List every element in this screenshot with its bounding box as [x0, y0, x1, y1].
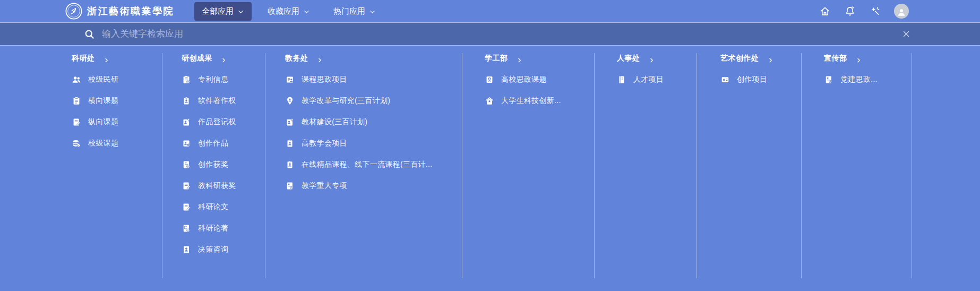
- app-item[interactable]: 教科研获奖: [182, 175, 265, 196]
- department-column: 艺术创作处 创作项目: [697, 53, 802, 278]
- app-item[interactable]: 在线精品课程、线下一流课程(三百计...: [285, 154, 462, 175]
- app-item[interactable]: 科研论著: [182, 218, 265, 239]
- app-item[interactable]: 作品登记权: [182, 112, 265, 133]
- chevron-right-icon: [221, 56, 227, 62]
- chevron-right-icon: [104, 56, 109, 62]
- app-item-label: 专利信息: [198, 75, 228, 84]
- book-person-icon: [285, 75, 295, 84]
- person-card-up-icon: [285, 117, 295, 127]
- badge-icon: [182, 96, 191, 106]
- close-icon[interactable]: [901, 29, 911, 39]
- app-item-label: 校级课题: [88, 139, 118, 148]
- app-item-label: 创作作品: [198, 139, 228, 148]
- department-header[interactable]: 教务处: [285, 53, 462, 64]
- department-app-list: 专利信息 软件著作权 作品登记权 创作作品 创作获奖 教科研获奖 科研论文 科研…: [182, 69, 265, 260]
- app-item-label: 软件著作权: [198, 96, 236, 106]
- app-item-label: 教学改革与研究(三百计划): [302, 96, 390, 106]
- app-item-label: 教学重大专项: [302, 181, 347, 191]
- magic-wand-icon[interactable]: [869, 5, 881, 17]
- book-icon: [617, 75, 626, 84]
- chevron-right-icon: [649, 56, 655, 62]
- top-navbar: 浙江藝術職業學院 全部应用 收藏应用 热门应用: [0, 0, 980, 22]
- nav-menu-item-1[interactable]: 收藏应用: [260, 2, 317, 21]
- coins-icon: [72, 139, 81, 148]
- house-star-icon: [485, 96, 494, 106]
- doc-award-icon: [182, 160, 191, 169]
- app-item[interactable]: 创作获奖: [182, 154, 265, 175]
- bell-icon[interactable]: [844, 5, 856, 17]
- app-item-label: 教材建设(三百计划): [302, 117, 367, 127]
- department-column: 教务处 课程思政项目 教学改革与研究(三百计划) 教材建设(三百计划) 高教学会…: [265, 53, 462, 278]
- app-item[interactable]: 校级课题: [72, 133, 162, 154]
- app-item[interactable]: 软件著作权: [182, 90, 265, 112]
- chevron-right-icon: [768, 56, 773, 62]
- department-header[interactable]: 科研处: [72, 53, 162, 64]
- pin-person-icon: [285, 96, 295, 106]
- department-title: 人事处: [617, 54, 640, 63]
- app-item[interactable]: 高教学会项目: [285, 133, 462, 154]
- chevron-down-icon: [303, 8, 310, 15]
- app-item-label: 科研论著: [198, 224, 228, 233]
- user-avatar[interactable]: [894, 4, 909, 19]
- app-item[interactable]: 创作项目: [720, 69, 801, 90]
- department-header[interactable]: 研创成果: [182, 53, 265, 64]
- department-app-list: 高校思政课题 大学生科技创新...: [485, 69, 594, 112]
- search-input[interactable]: [102, 29, 901, 39]
- department-column: 宣传部 党建思政...: [802, 53, 912, 278]
- app-item[interactable]: 教学重大专项: [285, 175, 462, 196]
- school-name: 浙江藝術職業學院: [87, 5, 174, 18]
- card-gear-icon: [720, 75, 730, 84]
- app-item[interactable]: 创作作品: [182, 133, 265, 154]
- nav-menu-item-2[interactable]: 热门应用: [326, 2, 383, 21]
- app-item[interactable]: 专利信息: [182, 69, 265, 90]
- department-header[interactable]: 艺术创作处: [720, 53, 801, 64]
- app-item[interactable]: 横向课题: [72, 90, 162, 112]
- app-item[interactable]: 教材建设(三百计划): [285, 112, 462, 133]
- app-item-label: 高教学会项目: [302, 139, 347, 148]
- app-search-bar: [0, 22, 980, 46]
- nav-menu-item-label: 热门应用: [333, 6, 365, 16]
- department-app-list: 课程思政项目 教学改革与研究(三百计划) 教材建设(三百计划) 高教学会项目 在…: [285, 69, 462, 196]
- department-column: 学工部 高校思政课题 大学生科技创新...: [462, 53, 595, 278]
- app-item-label: 横向课题: [88, 96, 118, 106]
- app-item[interactable]: 高校思政课题: [485, 69, 594, 90]
- navbar-right-icons: [819, 4, 909, 19]
- department-app-list: 人才项目: [617, 69, 697, 90]
- app-directory-panel: 科研处 校级民研 横向课题 纵向课题 校级课题 研创成果 专利信息 软件著作权: [0, 46, 980, 278]
- department-app-list: 创作项目: [720, 69, 801, 90]
- app-item[interactable]: 人才项目: [617, 69, 697, 90]
- department-header[interactable]: 人事处: [617, 53, 697, 64]
- department-app-list: 党建思政...: [824, 69, 912, 90]
- chevron-down-icon: [237, 8, 244, 15]
- app-item-label: 课程思政项目: [302, 75, 347, 84]
- app-item[interactable]: 纵向课题: [72, 112, 162, 133]
- home-icon[interactable]: [819, 5, 831, 17]
- app-item-label: 纵向课题: [88, 117, 118, 127]
- doc-pen-icon: [72, 117, 81, 127]
- person-card-up-icon: [182, 117, 191, 127]
- school-logo[interactable]: 浙江藝術職業學院: [65, 2, 174, 20]
- app-item[interactable]: 课程思政项目: [285, 69, 462, 90]
- person-card-gear-icon: [182, 139, 191, 148]
- medal-person-icon: [485, 75, 494, 84]
- app-item[interactable]: 教学改革与研究(三百计划): [285, 90, 462, 112]
- nav-menu-item-0[interactable]: 全部应用: [194, 2, 252, 21]
- app-item[interactable]: 大学生科技创新...: [485, 90, 594, 112]
- school-seal-icon: [65, 2, 83, 20]
- department-title: 艺术创作处: [720, 54, 759, 63]
- department-header[interactable]: 学工部: [485, 53, 594, 64]
- app-item-label: 人才项目: [633, 75, 664, 84]
- app-item-label: 创作获奖: [198, 160, 228, 169]
- department-header[interactable]: 宣传部: [824, 53, 912, 64]
- badge-icon: [285, 160, 295, 169]
- chevron-right-icon: [856, 56, 862, 62]
- app-item[interactable]: 科研论文: [182, 196, 265, 218]
- department-column: 研创成果 专利信息 软件著作权 作品登记权 创作作品 创作获奖 教科研获奖 科研…: [162, 53, 265, 278]
- chevron-right-icon: [317, 56, 323, 62]
- app-item[interactable]: 校级民研: [72, 69, 162, 90]
- person-doc-icon: [182, 245, 191, 254]
- app-item[interactable]: 党建思政...: [824, 69, 912, 90]
- app-item[interactable]: 决策咨询: [182, 239, 265, 260]
- department-column: 科研处 校级民研 横向课题 纵向课题 校级课题: [0, 53, 162, 278]
- search-icon: [84, 29, 95, 40]
